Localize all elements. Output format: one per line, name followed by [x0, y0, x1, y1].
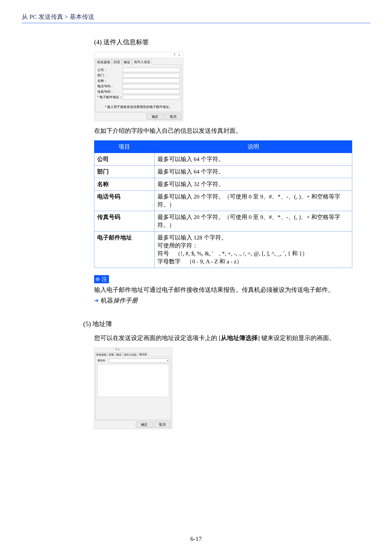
sec5-para-before: 您可以在发送设定画面的地址设定选项卡上的 [: [94, 335, 221, 341]
ref-link: 操作手册: [113, 297, 138, 304]
th-item: 项目: [94, 140, 155, 153]
input-email[interactable]: [123, 95, 180, 99]
note-label-text: 注: [102, 276, 107, 283]
td-key: 名称: [94, 178, 155, 190]
ok-button[interactable]: 确定: [147, 114, 164, 120]
label-company: 公司：: [97, 68, 123, 72]
sender-info-dialog: ? × 传送选项 封页 验证 送件人信息 公司： 部门： 名称：: [94, 52, 183, 121]
tab-send-options[interactable]: 传送选项: [95, 59, 112, 65]
tab-strip: 传送选项 封页 验证 送件人信息: [94, 58, 183, 65]
note-body-text: 输入电子邮件地址可通过电子邮件接收传送结果报告。传真机必须被设为传送电子邮件。: [94, 285, 352, 294]
addressbook-select[interactable]: ▾: [109, 359, 169, 363]
dialog2-title-blurred: [94, 348, 114, 351]
cancel-button[interactable]: 取消: [154, 422, 171, 427]
intro-para: 在如下介绍的字段中输入自己的信息以发送传真封面。: [94, 127, 352, 135]
input-name[interactable]: [123, 79, 180, 83]
cancel-button[interactable]: 取消: [165, 114, 182, 120]
td-val: 最多可以输入 64 个字符。: [155, 153, 352, 166]
table-row: 电子邮件地址 最多可以输入 128 个字符。 可使用的字符： 符号 （!, #,…: [94, 232, 352, 268]
td-val: 最多可以输入 32 个字符。: [155, 178, 352, 190]
table-row: 公司 最多可以输入 64 个字符。: [94, 153, 352, 166]
help-icon[interactable]: ?: [172, 53, 177, 57]
th-desc: 说明: [155, 140, 352, 153]
table-row: 电话号码 最多可以输入 20 个字符。（可使用 0 至 9、#、*、-、(, )…: [94, 190, 352, 211]
close-icon[interactable]: ×: [177, 53, 182, 57]
tab-auth[interactable]: 验证: [122, 59, 132, 65]
label-addressbook: 通讯簿：: [97, 359, 107, 362]
td-key: 电话号码: [94, 190, 155, 211]
help-icon[interactable]: ?: [115, 348, 117, 351]
td-key: 传真号码: [94, 211, 155, 232]
td-val: 最多可以输入 20 个字符。（可使用 0 至 9、#、*、-、(, )、+ 和空…: [155, 190, 352, 211]
input-dept[interactable]: [123, 73, 180, 78]
label-name: 名称：: [97, 79, 123, 83]
section5-heading: (5) 地址簿: [83, 320, 352, 329]
tab-send-options[interactable]: 传送选项: [95, 353, 107, 357]
note-label: 注: [94, 275, 109, 283]
sec5-para-after: ] 键来设定初始显示的画面。: [258, 335, 335, 341]
breadcrumb: 从 PC 发送传真 > 基本传送: [22, 13, 370, 21]
sender-info-table: 项目 说明 公司 最多可以输入 64 个字符。 部门 最多可以输入 64 个字符…: [94, 140, 352, 268]
label-dept: 部门：: [97, 73, 123, 78]
chevron-down-icon: ▾: [167, 359, 168, 362]
td-key: 部门: [94, 166, 155, 178]
email-footnote: * 输入用于接收发送结果报告的电子邮件地址。: [97, 105, 180, 109]
tab-sender-info[interactable]: 送件人信息: [123, 353, 138, 357]
section4-heading: (4) 送件人信息标签: [94, 38, 352, 47]
ref-prefix: 机器: [101, 297, 113, 304]
tab-cover[interactable]: 封面: [108, 353, 115, 357]
addressbook-list[interactable]: [97, 364, 169, 397]
td-val: 最多可以输入 20 个字符。（可使用 0 至 9、#、*、-、(, )、+ 和空…: [155, 211, 352, 232]
label-phone: 电话号码：: [97, 84, 123, 88]
addressbook-dialog: ? × 传送选项 封面 验证 送件人信息 通讯簿 通讯簿： ▾: [94, 348, 172, 429]
td-val: 最多可以输入 64 个字符。: [155, 166, 352, 178]
close-icon[interactable]: ×: [118, 348, 120, 351]
tab-cover[interactable]: 封页: [112, 59, 122, 65]
td-key: 电子邮件地址: [94, 232, 155, 268]
tab-auth[interactable]: 验证: [115, 353, 122, 357]
table-row: 名称 最多可以输入 32 个字符。: [94, 178, 352, 190]
input-phone[interactable]: [123, 84, 180, 88]
ok-button[interactable]: 确定: [136, 422, 153, 427]
label-fax: 传真号码：: [97, 89, 123, 94]
tab-addressbook[interactable]: 通讯簿: [138, 352, 148, 357]
tab-sender-info[interactable]: 送件人信息: [132, 59, 152, 65]
td-key: 公司: [94, 153, 155, 166]
td-val: 最多可以输入 128 个字符。 可使用的字符： 符号 （!, #, $, %, …: [155, 232, 352, 268]
input-fax[interactable]: [123, 89, 180, 94]
note-icon: [95, 277, 100, 282]
sec5-para-bold: 从地址簿选择: [221, 335, 258, 341]
input-company[interactable]: [123, 68, 180, 72]
arrow-right-icon: ➜: [94, 296, 99, 305]
table-row: 部门 最多可以输入 64 个字符。: [94, 166, 352, 178]
page-number: 6-17: [0, 535, 392, 542]
label-email: * 电子邮件地址：: [97, 95, 123, 99]
dialog-title-blurred: [96, 53, 172, 57]
table-row: 传真号码 最多可以输入 20 个字符。（可使用 0 至 9、#、*、-、(, )…: [94, 211, 352, 232]
